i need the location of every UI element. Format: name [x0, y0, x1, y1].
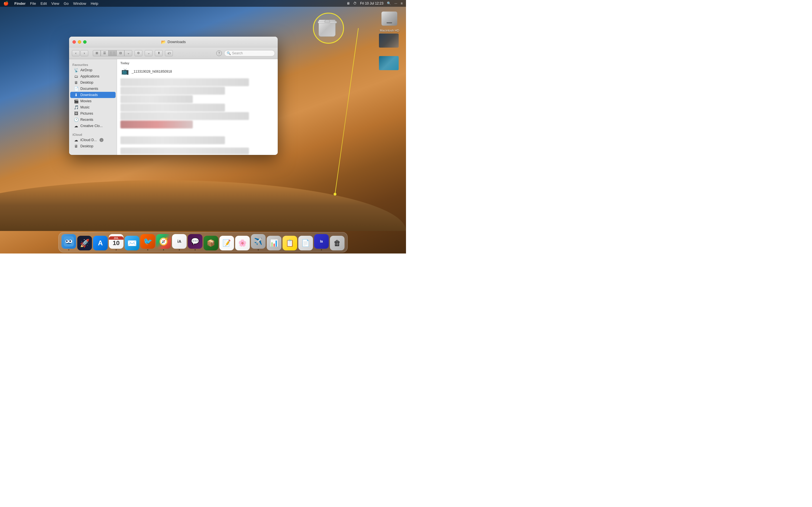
dock-item-appstore[interactable]: A — [93, 236, 108, 250]
sidebar-item-icloud-desktop[interactable]: 🖥 Desktop — [70, 143, 116, 149]
dock-icon-trash: 🗑 — [330, 236, 345, 250]
dock-item-keka[interactable]: 📦 — [204, 236, 218, 250]
dock-dot-tweetbot — [147, 249, 148, 250]
menu-view[interactable]: View — [51, 1, 59, 6]
file-icon-first: 📺 — [120, 67, 130, 76]
menu-help[interactable]: Help — [91, 1, 98, 6]
dock-icon-textedit: 📝 — [219, 236, 234, 250]
dock-icon-arrivals: ✈️ — [251, 234, 266, 249]
sidebar-item-music[interactable]: 🎵 Music — [70, 104, 116, 110]
search-field[interactable]: 🔍 Search — [224, 50, 275, 56]
blurred-row-8 — [120, 148, 249, 154]
sidebar-item-music-label: Music — [80, 105, 90, 109]
dock-item-photos[interactable]: 🌸 — [235, 236, 250, 250]
dock-dot-calendar — [116, 249, 117, 250]
minimize-button[interactable]: − — [78, 40, 81, 44]
menubar-monitor-icon: 🖥 — [347, 1, 350, 5]
dock-item-trash[interactable]: 🗑 — [330, 236, 345, 250]
sidebar-item-desktop[interactable]: 🖥 Desktop — [70, 79, 116, 86]
view-options-button[interactable]: ⌄ — [124, 50, 132, 56]
app-name[interactable]: Finder — [14, 1, 26, 6]
icloud-desktop-icon: 🖥 — [73, 144, 79, 149]
action-button[interactable]: ⚙ — [135, 50, 142, 56]
icloud-sync-badge: ↓ — [100, 138, 103, 142]
dock-dot-slack — [195, 249, 196, 250]
dock-item-ia2[interactable]: Ia — [314, 234, 329, 250]
dock-item-slack[interactable]: 💬 — [188, 234, 202, 250]
sidebar-item-creative-cloud[interactable]: ☁ Creative Clo... — [70, 123, 116, 129]
downloads-icon: ⬇ — [73, 93, 79, 97]
blurred-row-5 — [120, 112, 249, 120]
maximize-button[interactable]: + — [83, 40, 87, 44]
dock-icon-ia2: Ia — [314, 234, 329, 249]
sidebar-item-recents[interactable]: 🕐 Recents — [70, 117, 116, 123]
dock-item-pdf[interactable]: 📄 — [298, 236, 313, 250]
hd-icon-shape — [382, 11, 397, 25]
icon-view-button[interactable]: ⊞ — [93, 50, 101, 56]
dock-icon-tweetbot: 🐦 — [140, 234, 155, 249]
sidebar-item-creative-cloud-label: Creative Clo... — [80, 124, 103, 128]
finder-titlebar: ✕ − + 📂 Downloads — [69, 37, 278, 47]
column-view-button[interactable]: ⋮⋮ — [109, 50, 116, 56]
tag-button[interactable]: 🏷 — [165, 50, 173, 56]
close-button[interactable]: ✕ — [72, 40, 76, 44]
file-item-first[interactable]: 📺 _113319028_hi061850918 — [117, 66, 278, 77]
finder-sidebar: Favourites 📡 AirDrop 🗂 Applications 🖥 De… — [69, 59, 117, 155]
dock-item-finder[interactable] — [61, 234, 76, 250]
sidebar-item-pictures[interactable]: 🖼 Pictures — [70, 110, 116, 117]
menubar-search-icon[interactable]: 🔍 — [387, 1, 391, 5]
dock-dot-safari — [163, 249, 164, 250]
dock-item-launchpad[interactable]: 🚀 — [77, 236, 92, 250]
search-icon: 🔍 — [227, 51, 231, 55]
dock-item-calendar[interactable]: JUL 10 — [109, 234, 123, 250]
dock-item-tweetbot[interactable]: 🐦 — [140, 234, 155, 250]
trash-lid — [318, 21, 337, 23]
forward-button[interactable]: › — [80, 50, 88, 56]
icloud-section-label: iCloud — [69, 131, 117, 137]
sidebar-item-applications[interactable]: 🗂 Applications — [70, 73, 116, 79]
desktop-screenshot-2[interactable] — [378, 55, 400, 71]
menu-window[interactable]: Window — [73, 1, 86, 6]
menubar-control-center-icon[interactable]: ≡ — [401, 1, 403, 5]
dock-item-ia-writer[interactable]: iA — [172, 234, 187, 250]
sidebar-item-downloads[interactable]: ⬇ Downloads — [70, 92, 116, 98]
share-button[interactable]: ⬆ — [155, 50, 163, 56]
dock-item-presentation[interactable]: 📊 — [267, 236, 282, 250]
sidebar-item-documents[interactable]: 📄 Documents — [70, 86, 116, 92]
back-button[interactable]: ‹ — [72, 50, 80, 56]
sidebar-item-airdrop[interactable]: 📡 AirDrop — [70, 67, 116, 73]
menu-file[interactable]: File — [30, 1, 36, 6]
desktop-screenshot-1[interactable] — [378, 33, 400, 49]
menu-edit[interactable]: Edit — [41, 1, 47, 6]
dock-item-mail[interactable]: ✉️ — [124, 236, 139, 250]
action-dropdown-button[interactable]: ⌄ — [145, 50, 153, 56]
sidebar-item-documents-label: Documents — [80, 87, 98, 91]
list-view-button[interactable]: ☰ — [101, 50, 109, 56]
desktop-icon-macintosh-hd[interactable]: Macintosh HD — [378, 8, 400, 33]
pictures-icon: 🖼 — [73, 111, 79, 116]
sidebar-item-icloud-drive[interactable]: ☁ iCloud D... ↓ — [70, 137, 116, 143]
sidebar-item-movies[interactable]: 🎬 Movies — [70, 98, 116, 104]
menu-go[interactable]: Go — [64, 1, 68, 6]
menubar-extras-icon[interactable]: ··· — [395, 1, 397, 5]
menubar-left: 🍎 Finder File Edit View Go Window Help — [3, 1, 98, 6]
dock-item-safari[interactable]: 🧭 — [156, 234, 171, 250]
toolbar-nav: ‹ › — [72, 50, 88, 56]
search-placeholder: Search — [232, 51, 243, 55]
menubar-right: 🖥 ⏱ Fri 10 Jul 12:23 🔍 ··· ≡ — [347, 1, 403, 5]
trash-handle — [324, 20, 330, 22]
favourites-section-label: Favourites — [69, 61, 117, 67]
calendar-day: 10 — [113, 240, 119, 246]
help-button[interactable]: ? — [216, 50, 222, 56]
dock-icon-calendar: JUL 10 — [109, 234, 123, 249]
dock-item-textedit[interactable]: 📝 — [219, 236, 234, 250]
apple-menu[interactable]: 🍎 — [3, 1, 9, 6]
annotation-line — [335, 28, 359, 195]
gallery-view-button[interactable]: ⊟ — [116, 50, 124, 56]
dock: 🚀 A JUL 10 ✉️ 🐦 🧭 iA — [58, 232, 348, 252]
dock-dot-ia2 — [321, 249, 322, 250]
dock-item-scripts[interactable]: 📋 — [283, 236, 297, 250]
dock-item-arrivals[interactable]: ✈️ — [251, 234, 266, 250]
documents-icon: 📄 — [73, 87, 79, 91]
dock-dot-finder — [68, 249, 69, 250]
